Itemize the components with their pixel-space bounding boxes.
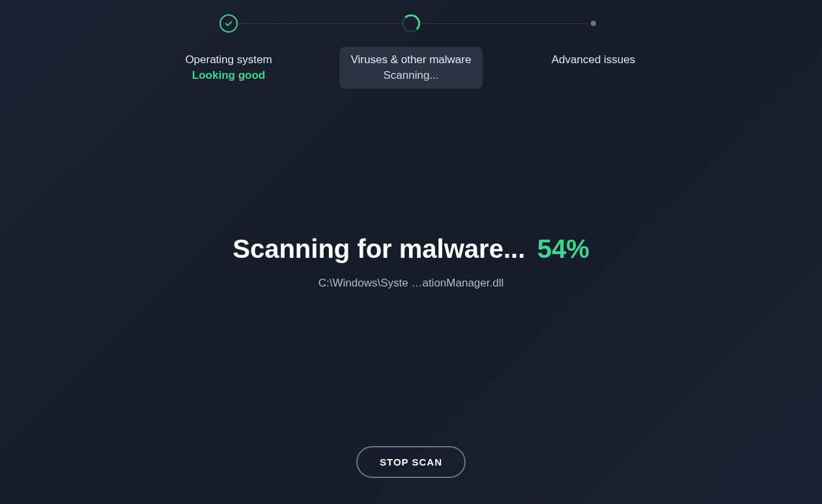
step-status: Scanning... — [351, 69, 472, 82]
progress-stepper: Operating system Looking good Viruses & … — [0, 0, 822, 89]
step-title: Viruses & other malware — [351, 53, 472, 66]
step-title: Operating system — [185, 53, 272, 66]
step-operating-system: Operating system Looking good — [137, 13, 320, 89]
step-malware: Viruses & other malware Scanning... — [320, 13, 502, 89]
scan-headline: Scanning for malware... — [233, 234, 525, 263]
step-title: Advanced issues — [552, 53, 636, 66]
step-status: Looking good — [185, 69, 272, 82]
scan-percent: 54% — [537, 234, 589, 263]
current-file-path: C:\Windows\Syste …ationManager.dll — [0, 277, 822, 290]
dot-icon — [591, 21, 596, 26]
stop-scan-button[interactable]: STOP SCAN — [356, 446, 466, 478]
step-advanced: Advanced issues — [502, 13, 685, 73]
scan-status: Scanning for malware... 54% C:\Windows\S… — [0, 234, 822, 290]
